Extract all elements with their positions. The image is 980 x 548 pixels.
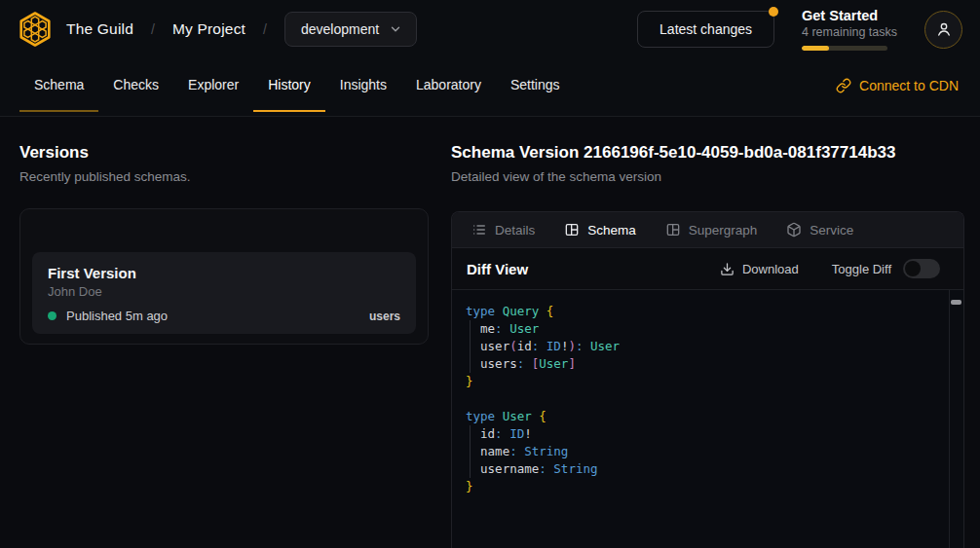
nav-tab-schema[interactable]: Schema	[19, 58, 98, 112]
tab-label: Service	[810, 223, 853, 237]
notification-dot	[769, 7, 778, 17]
breadcrumb-separator: /	[151, 21, 155, 37]
diff-toolbar: Diff View Download Toggle Diff	[452, 248, 963, 290]
tab-service[interactable]: Service	[786, 222, 853, 237]
download-button[interactable]: Download	[720, 262, 799, 276]
versions-title: Versions	[19, 142, 429, 164]
nav-tab-checks[interactable]: Checks	[98, 58, 173, 112]
code-line: type Query {	[466, 303, 944, 320]
columns-icon	[665, 222, 681, 237]
app-root: The Guild / My Project / development Lat…	[0, 0, 980, 548]
nav-tab-label: Schema	[34, 77, 84, 92]
toggle-diff-control: Toggle Diff	[832, 259, 940, 278]
code-line: type User {	[466, 408, 944, 425]
versions-column: Versions Recently published schemas. Fir…	[0, 117, 451, 548]
indent-guide	[470, 320, 471, 373]
code-line: }	[466, 373, 944, 390]
breadcrumb-org[interactable]: The Guild	[66, 20, 133, 38]
versions-list-card: First Version John Doe Published 5m ago …	[19, 208, 429, 345]
published-status-dot	[48, 311, 57, 320]
environment-selected-value: development	[301, 21, 379, 37]
panel-tab-bar: Details Schema	[452, 212, 963, 248]
breadcrumb-separator: /	[263, 21, 267, 37]
nav-tab-insights[interactable]: Insights	[325, 58, 401, 112]
get-started-progress-bar	[802, 46, 887, 51]
tab-supergraph[interactable]: Supergraph	[665, 222, 758, 237]
nav-tab-label: Settings	[510, 77, 560, 92]
latest-changes-button[interactable]: Latest changes	[637, 11, 774, 48]
breadcrumb-project[interactable]: My Project	[172, 20, 245, 38]
get-started-progress-fill	[802, 46, 829, 51]
schema-code-viewer[interactable]: type Query { me: User user(id: ID!): Use…	[452, 290, 963, 548]
code-line: id: ID!	[466, 425, 944, 443]
cube-icon	[786, 222, 802, 237]
connect-to-cdn-link[interactable]: Connect to CDN	[836, 58, 959, 113]
schema-version-panel: Details Schema	[451, 211, 964, 548]
tab-schema[interactable]: Schema	[564, 222, 636, 237]
nav-tab-label: History	[268, 77, 311, 92]
version-status-row: Published 5m ago users	[48, 309, 400, 323]
code-line: name: String	[466, 443, 944, 460]
diff-view-title: Diff View	[467, 261, 528, 277]
code-line: user(id: ID!): User	[466, 338, 944, 355]
toggle-knob	[905, 261, 921, 276]
schema-version-subtitle: Detailed view of the schema version	[451, 168, 964, 186]
get-started-title: Get Started	[802, 8, 897, 23]
version-author: John Doe	[48, 283, 400, 300]
code-block: type Query { me: User user(id: ID!): Use…	[466, 303, 944, 495]
nav-tab-label: Checks	[113, 77, 159, 92]
code-line	[466, 390, 944, 408]
download-icon	[720, 262, 735, 276]
nav-tab-explorer[interactable]: Explorer	[173, 58, 253, 112]
version-status-text: Published 5m ago	[66, 309, 168, 323]
nav-tab-label: Insights	[340, 77, 387, 92]
nav-tab-laboratory[interactable]: Laboratory	[401, 58, 496, 112]
nav-tab-label: Explorer	[188, 77, 239, 92]
tab-label: Details	[495, 223, 535, 237]
guild-logo-icon[interactable]	[16, 10, 55, 49]
code-line: }	[466, 478, 944, 495]
nav-tab-label: Laboratory	[416, 77, 481, 92]
code-line: me: User	[466, 320, 944, 338]
code-line: username: String	[466, 460, 944, 478]
toggle-diff-switch[interactable]	[903, 259, 940, 278]
diff-actions: Download Toggle Diff	[720, 259, 940, 278]
nav-tab-settings[interactable]: Settings	[496, 58, 575, 112]
version-name: First Version	[48, 264, 400, 283]
code-line: users: [User]	[466, 355, 944, 373]
toggle-diff-label: Toggle Diff	[832, 262, 891, 276]
tab-label: Supergraph	[689, 223, 758, 237]
code-scrollbar-track[interactable]	[949, 290, 950, 548]
person-icon	[935, 20, 953, 38]
tab-label: Schema	[587, 223, 636, 237]
tab-details[interactable]: Details	[471, 222, 535, 237]
environment-selector[interactable]: development	[284, 12, 417, 47]
get-started-widget[interactable]: Get Started 4 remaining tasks	[802, 8, 897, 51]
primary-nav: Schema Checks Explorer History Insights …	[0, 58, 980, 117]
code-scrollbar-thumb[interactable]	[951, 300, 961, 305]
main-content: Versions Recently published schemas. Fir…	[0, 117, 980, 548]
nav-tab-history[interactable]: History	[253, 58, 325, 112]
version-service-badge: users	[369, 310, 400, 323]
chevron-down-icon	[389, 22, 402, 36]
versions-subtitle: Recently published schemas.	[19, 168, 429, 186]
header-right-group: Latest changes Get Started 4 remaining t…	[637, 8, 962, 51]
version-list-item[interactable]: First Version John Doe Published 5m ago …	[32, 252, 416, 334]
download-label: Download	[742, 262, 799, 276]
top-header: The Guild / My Project / development Lat…	[0, 0, 980, 58]
get-started-subtitle: 4 remaining tasks	[802, 25, 897, 39]
link-icon	[836, 78, 851, 93]
connect-to-cdn-label: Connect to CDN	[859, 78, 959, 93]
latest-changes-label: Latest changes	[660, 21, 752, 37]
schema-version-title: Schema Version 2166196f-5e10-4059-bd0a-0…	[451, 142, 964, 164]
list-icon	[471, 222, 487, 237]
indent-guide	[470, 425, 471, 478]
breadcrumb: The Guild / My Project /	[66, 20, 267, 38]
schema-version-column: Schema Version 2166196f-5e10-4059-bd0a-0…	[451, 117, 980, 548]
user-avatar[interactable]	[924, 11, 962, 49]
columns-icon	[564, 222, 580, 237]
